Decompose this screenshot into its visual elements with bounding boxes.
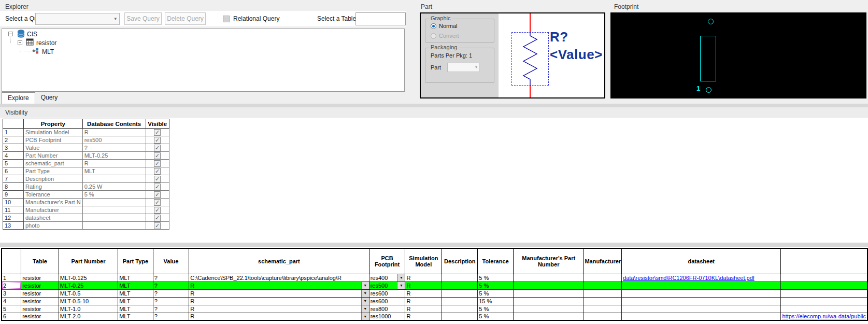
column-header[interactable]: Table <box>21 248 59 274</box>
cell-database-contents[interactable] <box>82 199 146 206</box>
row-number[interactable]: 3 <box>2 289 21 297</box>
cell-tolerance[interactable]: 5 % <box>478 289 514 297</box>
cell-mpn[interactable] <box>514 289 584 297</box>
cell-description[interactable] <box>442 274 478 281</box>
cell-pcb-footprint[interactable]: res1000 <box>369 313 405 320</box>
cell-dropdown-button[interactable]: ▼ <box>361 282 369 289</box>
cell-table[interactable]: resistor <box>21 289 59 297</box>
row-number[interactable]: 3 <box>3 144 24 152</box>
cell-pcb-footprint[interactable]: res800 <box>369 305 405 313</box>
cell-tolerance[interactable]: 5 % <box>478 281 514 289</box>
cell-part-number[interactable]: MLT-0.5 <box>59 289 118 297</box>
cell-manufacturer[interactable] <box>584 305 622 313</box>
cell-extra[interactable]: https://elecomp.ru/wa-data/public <box>781 313 867 320</box>
column-header-property[interactable]: Property <box>24 119 83 129</box>
cell-dropdown-button[interactable]: ▼ <box>397 282 405 289</box>
table-input[interactable] <box>355 12 406 25</box>
cell-table[interactable]: resistor <box>21 281 59 289</box>
row-number[interactable]: 1 <box>3 129 24 136</box>
visible-checkbox[interactable]: ✓ <box>154 199 161 206</box>
column-header[interactable]: Part Type <box>118 248 153 274</box>
horizontal-splitter[interactable] <box>0 104 868 107</box>
cell-description[interactable] <box>442 313 478 320</box>
horizontal-splitter-2[interactable] <box>0 243 868 247</box>
cell-dropdown-button[interactable]: ▼ <box>361 305 369 313</box>
cell-datasheet[interactable] <box>622 289 781 297</box>
column-header[interactable]: Manufacturer <box>584 248 622 274</box>
cell-mpn[interactable] <box>514 313 584 320</box>
column-header[interactable] <box>781 248 867 274</box>
part-select[interactable]: ▾ <box>447 63 479 72</box>
cell-table[interactable]: resistor <box>21 305 59 313</box>
cell-manufacturer[interactable] <box>584 274 622 281</box>
delete-query-button[interactable]: Delete Query <box>165 12 206 25</box>
cell-database-contents[interactable] <box>82 222 146 230</box>
cell-schematic-part[interactable]: R▼ <box>189 313 369 320</box>
cell-tolerance[interactable]: 5 % <box>478 313 514 320</box>
visible-checkbox[interactable]: ✓ <box>154 145 161 151</box>
column-header[interactable]: datasheet <box>622 248 781 274</box>
tree-expand-resistor[interactable] <box>18 40 22 45</box>
cell-dropdown-button[interactable]: ▼ <box>361 298 369 305</box>
cell-description[interactable] <box>442 281 478 289</box>
cell-datasheet[interactable] <box>622 297 781 305</box>
visible-checkbox[interactable]: ✓ <box>154 129 161 136</box>
tree-item-cis[interactable]: CIS <box>27 31 37 38</box>
cell-table[interactable]: resistor <box>21 297 59 305</box>
row-number[interactable]: 7 <box>3 175 24 183</box>
cell-schematic-part[interactable]: R▼ <box>189 281 369 289</box>
column-header[interactable] <box>2 248 21 274</box>
column-header-database-contents[interactable]: Database Contents <box>82 119 146 129</box>
datasheet-link[interactable]: data\resistor\smd\RC1206FR-0710KL\datash… <box>623 275 755 281</box>
save-query-button[interactable]: Save Query <box>124 12 162 25</box>
cell-simulation-model[interactable]: R <box>405 274 442 281</box>
cell-part-type[interactable]: MLT <box>118 313 153 320</box>
cell-datasheet[interactable] <box>622 281 781 289</box>
row-number[interactable]: 12 <box>3 214 24 222</box>
relational-query-checkbox[interactable] <box>223 16 230 22</box>
visible-checkbox[interactable]: ✓ <box>154 152 161 159</box>
cell-dropdown-button[interactable]: ▼ <box>361 313 369 320</box>
row-number[interactable]: 4 <box>2 297 21 305</box>
cell-part-type[interactable]: MLT <box>118 297 153 305</box>
cell-part-number[interactable]: MLT-0.25 <box>59 281 118 289</box>
cell-mpn[interactable] <box>514 297 584 305</box>
row-number[interactable]: 10 <box>3 199 24 206</box>
cell-pcb-footprint[interactable]: res500▼ <box>369 281 405 289</box>
cell-extra[interactable] <box>781 305 867 313</box>
tree-expand-cis[interactable] <box>8 32 13 36</box>
cell-schematic-part[interactable]: R▼ <box>189 289 369 297</box>
row-number[interactable]: 5 <box>3 160 24 167</box>
cell-database-contents[interactable] <box>82 206 146 214</box>
tree-item-resistor[interactable]: resistor <box>36 39 56 47</box>
cell-simulation-model[interactable]: R <box>405 297 442 305</box>
row-number[interactable]: 8 <box>3 183 24 191</box>
column-header[interactable]: Simulation Model <box>405 248 442 274</box>
visible-checkbox[interactable]: ✓ <box>154 191 161 198</box>
cell-database-contents[interactable]: 0.25 W <box>82 183 146 191</box>
row-number[interactable]: 1 <box>2 274 21 281</box>
cell-pcb-footprint[interactable]: res600 <box>369 297 405 305</box>
tab-query[interactable]: Query <box>35 92 64 104</box>
cell-schematic-part[interactable]: C:\Cadence\SPB_22.1\tools\capture\librar… <box>189 274 369 281</box>
cell-simulation-model[interactable]: R <box>405 313 442 320</box>
cell-dropdown-button[interactable]: ▼ <box>361 290 369 297</box>
cell-database-contents[interactable] <box>82 175 146 183</box>
tab-explore[interactable]: Explore <box>2 92 35 104</box>
column-header[interactable]: Description <box>442 248 478 274</box>
cell-simulation-model[interactable]: R <box>405 281 442 289</box>
cell-datasheet[interactable] <box>622 305 781 313</box>
cell-manufacturer[interactable] <box>584 289 622 297</box>
column-header[interactable]: Value <box>153 248 189 274</box>
cell-extra[interactable] <box>781 297 867 305</box>
cell-part-number[interactable]: MLT-2.0 <box>59 313 118 320</box>
cell-simulation-model[interactable]: R <box>405 305 442 313</box>
visible-checkbox[interactable]: ✓ <box>154 215 161 221</box>
row-number[interactable]: 6 <box>2 313 21 320</box>
row-number[interactable]: 6 <box>3 167 24 175</box>
cell-database-contents[interactable]: ? <box>82 144 146 152</box>
cell-value[interactable]: ? <box>153 289 189 297</box>
cell-value[interactable]: ? <box>153 305 189 313</box>
radio-normal[interactable]: Normal <box>431 23 457 29</box>
visible-checkbox[interactable]: ✓ <box>154 168 161 175</box>
